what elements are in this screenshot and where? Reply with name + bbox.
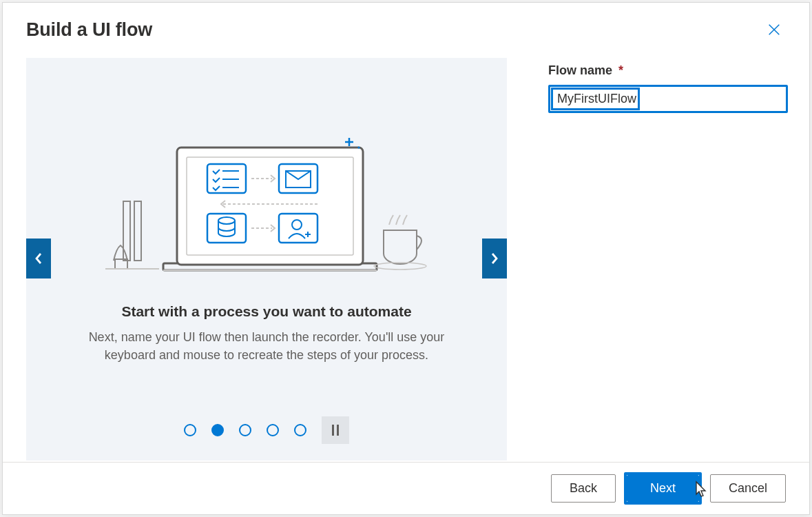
form-panel: Flow name * (548, 58, 788, 460)
dialog-title: Build a UI flow (26, 19, 152, 41)
carousel-illustration (101, 92, 432, 285)
carousel-panel: Start with a process you want to automat… (26, 58, 507, 460)
required-indicator: * (618, 63, 623, 77)
carousel-indicators (184, 416, 349, 444)
svg-rect-1 (134, 201, 141, 261)
carousel-slide-title: Start with a process you want to automat… (121, 303, 411, 320)
carousel-dot-4[interactable] (267, 424, 279, 436)
carousel-dot-2[interactable] (211, 424, 224, 436)
carousel-slide-text: Next, name your UI flow then launch the … (81, 328, 452, 364)
back-button[interactable]: Back (551, 474, 616, 503)
flow-name-label: Flow name * (548, 63, 788, 78)
dialog-body: Start with a process you want to automat… (3, 48, 809, 460)
pause-icon (337, 425, 339, 436)
dialog-footer: Back Next Cancel (3, 462, 809, 514)
flow-name-label-text: Flow name (548, 63, 612, 77)
next-button-highlight: Next (624, 472, 702, 505)
svg-rect-4 (177, 148, 363, 265)
cancel-button[interactable]: Cancel (710, 474, 786, 503)
dialog-header: Build a UI flow (3, 3, 809, 48)
carousel-prev-button[interactable] (26, 239, 51, 278)
build-ui-flow-dialog: Build a UI flow (2, 2, 810, 515)
carousel-dot-5[interactable] (294, 424, 306, 436)
pause-icon (332, 425, 334, 436)
chevron-right-icon (490, 252, 499, 265)
chevron-left-icon (34, 252, 43, 265)
svg-point-6 (357, 146, 360, 148)
close-icon (767, 22, 782, 37)
carousel-dot-1[interactable] (184, 424, 196, 436)
flow-name-input[interactable] (550, 87, 786, 111)
carousel-dot-3[interactable] (239, 424, 251, 436)
carousel-next-button[interactable] (482, 239, 507, 278)
close-button[interactable] (762, 18, 786, 41)
carousel-pause-button[interactable] (322, 416, 349, 444)
flow-name-input-wrapper (548, 85, 788, 113)
next-button[interactable]: Next (627, 475, 699, 502)
